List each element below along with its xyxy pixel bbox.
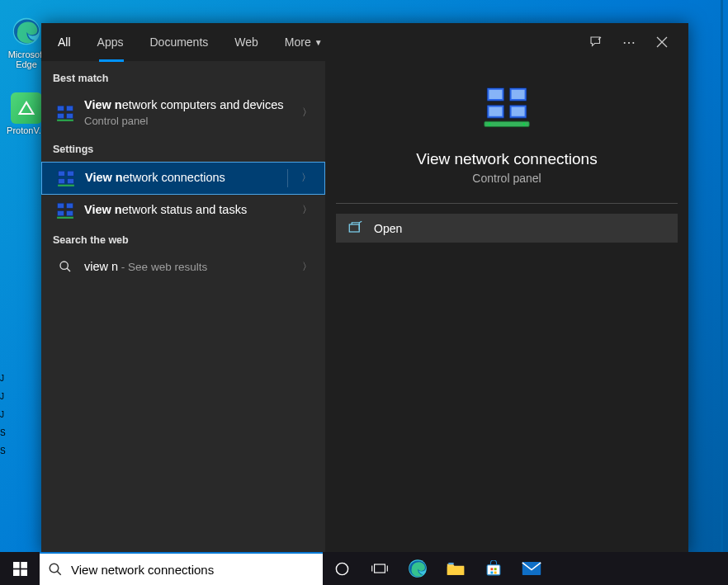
- desktop-icon-label: Microsoft Edge: [8, 50, 45, 69]
- svg-rect-12: [58, 184, 74, 186]
- chevron-right-icon[interactable]: 〉: [297, 106, 317, 120]
- svg-rect-45: [487, 565, 500, 575]
- search-tabs: All Apps Documents Web More ▼ ⋯: [41, 23, 688, 61]
- tab-apps[interactable]: Apps: [84, 23, 137, 61]
- taskbar-search[interactable]: [40, 552, 323, 585]
- svg-rect-7: [57, 120, 73, 121]
- open-label: Open: [374, 222, 402, 235]
- start-search-panel: All Apps Documents Web More ▼ ⋯ Best mat…: [41, 23, 688, 554]
- svg-rect-25: [489, 107, 502, 116]
- tab-web[interactable]: Web: [221, 23, 272, 61]
- svg-rect-49: [494, 572, 497, 574]
- result-web-search[interactable]: view n - See web results 〉: [41, 252, 325, 281]
- svg-rect-6: [67, 113, 73, 118]
- svg-rect-4: [67, 106, 73, 111]
- svg-rect-8: [59, 171, 65, 176]
- store-icon[interactable]: [475, 552, 513, 585]
- mail-icon[interactable]: [513, 552, 551, 585]
- start-button[interactable]: [0, 552, 40, 585]
- svg-point-38: [336, 563, 347, 574]
- svg-rect-11: [68, 178, 74, 183]
- search-icon: [48, 562, 63, 577]
- network-icon: [53, 104, 78, 122]
- svg-point-29: [489, 123, 490, 125]
- result-network-connections[interactable]: View network connections 〉: [41, 162, 325, 195]
- edge-taskbar-icon[interactable]: [399, 552, 437, 585]
- divider: [336, 203, 678, 204]
- open-icon: [347, 220, 362, 236]
- taskbar-icons: [323, 552, 551, 585]
- svg-line-37: [57, 571, 61, 575]
- edge-icon: [10, 15, 43, 48]
- svg-rect-28: [485, 121, 529, 126]
- close-icon[interactable]: [645, 23, 678, 61]
- svg-rect-16: [67, 210, 73, 215]
- preview-icon: [480, 83, 533, 139]
- open-action[interactable]: Open: [336, 214, 678, 243]
- svg-rect-23: [512, 90, 525, 99]
- svg-rect-21: [489, 90, 502, 99]
- web-query-text: view n: [84, 260, 118, 273]
- section-best-match: Best match: [41, 64, 325, 91]
- svg-rect-13: [58, 203, 64, 208]
- tab-underline: [99, 59, 124, 62]
- svg-rect-47: [494, 568, 497, 570]
- svg-rect-46: [490, 568, 493, 570]
- svg-rect-32: [13, 562, 20, 568]
- svg-rect-3: [58, 106, 64, 111]
- result-network-computers[interactable]: View network computers and devices Contr…: [41, 91, 325, 135]
- svg-rect-9: [68, 171, 74, 176]
- svg-rect-48: [490, 572, 493, 574]
- result-rest-text: etwork computers and devices: [122, 98, 284, 111]
- file-explorer-icon[interactable]: [437, 552, 475, 585]
- svg-point-18: [60, 262, 68, 269]
- svg-rect-34: [13, 569, 20, 576]
- preview-title: View network connections: [416, 150, 597, 168]
- section-search-web: Search the web: [41, 226, 325, 252]
- preview-subtitle: Control panel: [472, 172, 541, 185]
- proton-icon: [11, 92, 42, 124]
- svg-rect-35: [21, 569, 27, 576]
- results-list: Best match View network computers and de…: [41, 61, 325, 554]
- network-status-icon: [53, 201, 78, 219]
- svg-point-36: [50, 564, 59, 573]
- svg-rect-39: [375, 564, 385, 573]
- result-rest-text: etwork connections: [123, 171, 225, 184]
- search-input[interactable]: [71, 563, 314, 577]
- taskbar: [0, 552, 728, 585]
- svg-rect-5: [58, 113, 64, 118]
- tab-more[interactable]: More ▼: [272, 23, 336, 61]
- svg-rect-15: [58, 210, 64, 215]
- result-subtitle: Control panel: [84, 115, 291, 129]
- svg-rect-33: [21, 562, 27, 568]
- result-network-status[interactable]: View network status and tasks 〉: [41, 195, 325, 226]
- svg-rect-17: [57, 216, 73, 218]
- desktop-icon-label: ProtonV...: [7, 125, 46, 135]
- preview-pane: View network connections Control panel O…: [325, 61, 688, 554]
- result-rest-text: etwork status and tasks: [122, 203, 248, 216]
- svg-rect-31: [349, 224, 359, 232]
- tab-all[interactable]: All: [45, 23, 84, 61]
- web-suffix-text: - See web results: [118, 261, 207, 273]
- task-view-icon[interactable]: [361, 552, 399, 585]
- svg-rect-27: [512, 107, 525, 116]
- result-match-text: View n: [84, 203, 122, 216]
- network-connections-icon: [54, 169, 78, 187]
- svg-rect-43: [447, 567, 464, 575]
- svg-line-19: [67, 268, 70, 271]
- chevron-right-icon[interactable]: 〉: [297, 203, 317, 217]
- result-match-text: View n: [85, 171, 123, 184]
- tab-more-label: More: [285, 35, 311, 49]
- chevron-right-icon[interactable]: 〉: [297, 260, 317, 274]
- svg-rect-10: [59, 178, 65, 183]
- svg-rect-44: [448, 563, 453, 564]
- svg-rect-14: [67, 203, 73, 208]
- svg-point-30: [523, 123, 525, 125]
- chevron-right-icon[interactable]: 〉: [296, 171, 316, 185]
- more-options-icon[interactable]: ⋯: [612, 23, 645, 61]
- cortana-icon[interactable]: [323, 552, 361, 585]
- window-edge: [721, 0, 723, 552]
- tab-documents[interactable]: Documents: [136, 23, 221, 61]
- chevron-down-icon: ▼: [314, 38, 323, 47]
- feedback-icon[interactable]: [579, 23, 612, 61]
